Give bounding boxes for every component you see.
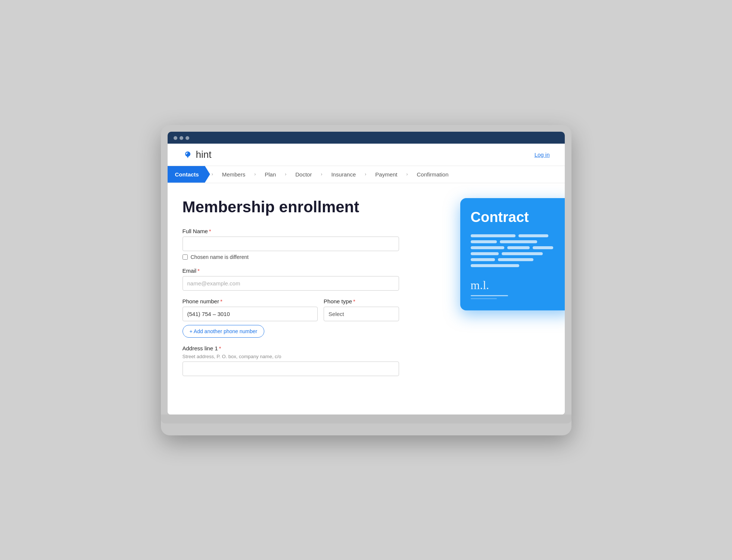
email-label: Email* (183, 268, 399, 274)
login-link[interactable]: Log in (535, 151, 550, 158)
chosen-name-row: Chosen name is different (183, 254, 399, 260)
line-seg (498, 258, 533, 261)
line-seg (471, 240, 497, 243)
phone-type-label: Phone type* (324, 298, 399, 304)
full-name-label: Full Name* (183, 228, 399, 234)
phone-group: Phone number* Phone type* Select Mobile (183, 298, 399, 338)
line-seg (471, 264, 519, 267)
nav-chevron-1: › (212, 172, 213, 177)
line-seg (533, 246, 553, 249)
line-seg (500, 240, 537, 243)
line-seg (471, 252, 499, 255)
logo-area: hint (183, 149, 212, 160)
line-row-6 (471, 264, 562, 267)
signature-text: m.l. (471, 278, 562, 292)
full-name-required: * (209, 228, 211, 234)
line-seg (471, 258, 495, 261)
phone-number-label: Phone number* (183, 298, 318, 304)
phone-row: Phone number* Phone type* Select Mobile (183, 298, 399, 321)
sig-line-2 (471, 298, 497, 299)
logo-text: hint (196, 149, 212, 160)
line-row-2 (471, 240, 562, 243)
nav-chevron-5: › (365, 172, 366, 177)
add-phone-button[interactable]: + Add another phone number (183, 325, 265, 338)
signature-lines (471, 295, 562, 299)
hint-logo-icon (183, 150, 193, 159)
address-label: Address line 1* (183, 345, 399, 351)
nav-chevron-6: › (407, 172, 408, 177)
nav-item-confirmation[interactable]: Confirmation (409, 166, 456, 183)
nav-item-contacts[interactable]: Contacts (168, 166, 210, 183)
phone-number-input[interactable] (183, 307, 318, 321)
sig-line-1 (471, 295, 508, 296)
line-seg (518, 234, 548, 237)
phone-required: * (220, 298, 222, 304)
line-row-1 (471, 234, 562, 237)
main-area: Membership enrollment Full Name* Chosen … (168, 183, 565, 414)
address-hint: Street address, P. O. box, company name,… (183, 354, 399, 359)
nav-chevron-4: › (321, 172, 322, 177)
laptop-frame: hint Log in Contacts › Members › Plan › … (161, 125, 571, 435)
contract-lines (471, 234, 562, 267)
full-name-input[interactable] (183, 237, 399, 251)
dot-green (186, 136, 189, 140)
line-row-5 (471, 258, 562, 261)
address-input[interactable] (183, 362, 399, 376)
laptop-base (161, 414, 571, 423)
address-group: Address line 1* Street address, P. O. bo… (183, 345, 399, 376)
line-row-4 (471, 252, 562, 255)
phone-type-select[interactable]: Select Mobile Home Work (324, 307, 399, 321)
full-name-group: Full Name* Chosen name is different (183, 228, 399, 260)
chosen-name-label: Chosen name is different (191, 254, 249, 260)
nav-item-members[interactable]: Members (215, 166, 253, 183)
email-group: Email* (183, 268, 399, 291)
nav-item-plan[interactable]: Plan (257, 166, 283, 183)
phone-type-required: * (353, 298, 355, 304)
nav-chevron-3: › (285, 172, 286, 177)
signature-area: m.l. (471, 278, 562, 299)
site-header: hint Log in (168, 144, 565, 166)
line-row-3 (471, 246, 562, 249)
dot-red (174, 136, 177, 140)
browser-content: hint Log in Contacts › Members › Plan › … (168, 144, 565, 414)
nav-breadcrumb: Contacts › Members › Plan › Doctor › Ins… (168, 166, 565, 183)
email-required: * (197, 268, 200, 274)
form-section: Membership enrollment Full Name* Chosen … (183, 198, 399, 400)
phone-number-field: Phone number* (183, 298, 318, 321)
browser-dots (174, 136, 559, 144)
line-seg (471, 234, 515, 237)
line-seg (502, 252, 543, 255)
browser-chrome (168, 132, 565, 144)
phone-type-field: Phone type* Select Mobile Home Work (324, 298, 399, 321)
nav-item-insurance[interactable]: Insurance (324, 166, 363, 183)
contract-card: Contract (460, 198, 565, 310)
contract-title: Contract (471, 209, 562, 225)
nav-chevron-2: › (254, 172, 256, 177)
chosen-name-checkbox[interactable] (183, 254, 188, 260)
line-seg (507, 246, 530, 249)
email-input[interactable] (183, 276, 399, 291)
page-title: Membership enrollment (183, 198, 399, 216)
dot-yellow (180, 136, 183, 140)
nav-item-payment[interactable]: Payment (368, 166, 405, 183)
line-seg (471, 246, 504, 249)
nav-item-doctor[interactable]: Doctor (288, 166, 319, 183)
address-required: * (219, 345, 221, 351)
